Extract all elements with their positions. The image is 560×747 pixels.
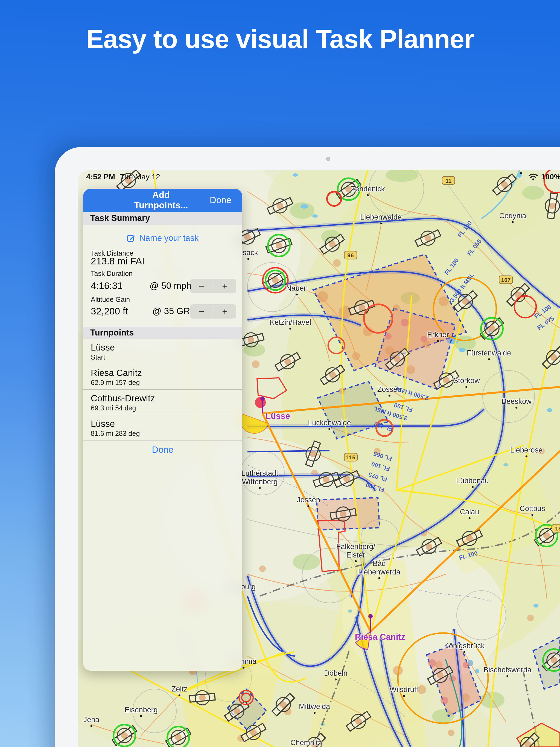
section-task-summary: Task Summary [83,212,242,225]
speed-minus-button[interactable]: − [190,279,213,293]
status-time: 4:52 PM [86,173,115,181]
turnpoint-row[interactable]: Riesa Canitz 62.9 mi 157 deg [83,364,242,390]
turnpoint-row[interactable]: Lüsse Start [83,339,242,364]
compose-icon [127,234,135,242]
turnpoint-detail: 69.3 mi 54 deg [91,404,242,412]
speed-stepper: − + [190,279,236,293]
altitude-gain-label: Altitude Gain [91,295,130,304]
turnpoint-detail: 62.9 mi 157 deg [91,379,242,387]
page-title: Easy to use visual Task Planner [0,24,560,54]
task-duration-label: Task Duration [91,269,133,278]
header-done-button[interactable]: Done [210,195,231,205]
camera-dot [326,157,330,161]
turnpoint-name: Lüsse [91,418,242,429]
turnpoint-row[interactable]: Lüsse 81.6 mi 283 deg [83,415,242,440]
name-your-task-button[interactable]: Name your task [83,230,242,246]
glide-ratio-value: @ 35 GR [152,306,190,316]
task-duration-value: 4:16:31 [91,280,123,291]
status-date: Tue May 12 [120,173,160,181]
speed-plus-button[interactable]: + [213,279,236,293]
turnpoint-row[interactable]: Cottbus-Drewitz 69.3 mi 54 deg [83,390,242,415]
turnpoint-detail: Start [91,353,242,361]
ipad-frame: Schwedt/ZehdenickLiebenwaldeCedyniaesack… [55,147,560,747]
status-bar: 4:52 PM Tue May 12 100% [78,170,560,183]
task-distance-value: 213.8 mi FAI [91,256,144,266]
battery-percent: 100% [541,173,560,181]
speed-rate-value: @ 50 mph [150,281,192,291]
name-task-label: Name your task [139,233,199,243]
task-planner-panel: Add Turnpoints... Done Task Summary Name… [83,189,242,671]
section-turnpoints: Turnpoints [83,327,242,339]
gr-minus-button[interactable]: − [190,304,213,318]
divider [83,460,242,460]
list-done-button[interactable]: Done [83,442,242,458]
wifi-icon [529,173,538,180]
app-screen: Schwedt/ZehdenickLiebenwaldeCedyniaesack… [78,170,560,747]
altitude-gain-value: 32,200 ft [91,306,128,317]
glide-ratio-stepper: − + [190,304,236,318]
marketing-page: Easy to use visual Task Planner [0,0,560,747]
panel-header: Add Turnpoints... Done [83,189,242,212]
turnpoint-name: Lüsse [91,342,242,353]
turnpoint-name: Riesa Canitz [91,367,242,379]
gr-plus-button[interactable]: + [213,304,236,318]
turnpoint-detail: 81.6 mi 283 deg [91,429,242,438]
turnpoint-list: Lüsse Start Riesa Canitz 62.9 mi 157 deg… [83,339,242,440]
panel-title: Add Turnpoints... [126,190,197,210]
turnpoint-name: Cottbus-Drewitz [91,393,242,404]
